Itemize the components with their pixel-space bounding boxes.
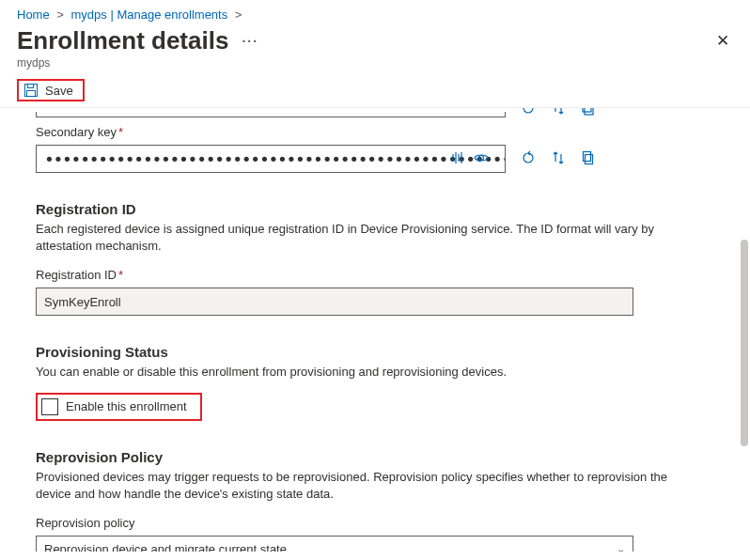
save-label: Save: [45, 84, 73, 98]
regenerate-icon[interactable]: [521, 150, 536, 165]
enable-enrollment-label: Enable this enrollment: [66, 399, 187, 413]
chevron-icon: >: [56, 8, 64, 22]
save-icon: [23, 83, 39, 98]
scrollbar-thumb[interactable]: [741, 240, 748, 446]
svg-rect-2: [27, 91, 36, 97]
page-subtitle: mydps: [0, 56, 750, 75]
chevron-down-icon: ⌄: [617, 543, 625, 552]
reprovision-policy-field-label: Reprovision policy: [36, 516, 705, 530]
svg-rect-1: [28, 85, 34, 88]
save-button[interactable]: Save: [17, 79, 85, 101]
chevron-icon: >: [235, 8, 242, 22]
show-icon[interactable]: [474, 150, 489, 165]
provisioning-status-title: Provisioning Status: [36, 344, 705, 360]
reprovision-policy-desc: Provisioned devices may trigger requests…: [36, 469, 705, 503]
enable-enrollment-row[interactable]: Enable this enrollment: [36, 393, 202, 421]
svg-point-7: [523, 153, 533, 163]
registration-id-input[interactable]: SymKeyEnroll: [36, 288, 633, 316]
copy-icon[interactable]: [581, 150, 596, 165]
hide-icon[interactable]: [451, 150, 466, 165]
toolbar: Save: [0, 75, 750, 108]
copy-icon[interactable]: [581, 108, 596, 116]
breadcrumb: Home > mydps | Manage enrollments >: [0, 0, 750, 25]
registration-id-title: Registration ID: [36, 201, 705, 217]
required-mark: *: [118, 125, 123, 139]
enable-enrollment-checkbox[interactable]: [41, 398, 58, 415]
provisioning-status-desc: You can enable or disable this enrollmen…: [36, 364, 705, 381]
svg-rect-9: [584, 152, 591, 162]
registration-id-field-label: Registration ID*: [36, 268, 705, 282]
page-title: Enrollment details ···: [17, 26, 258, 55]
breadcrumb-home[interactable]: Home: [17, 8, 50, 22]
svg-rect-8: [586, 155, 593, 164]
reprovision-policy-title: Reprovision Policy: [36, 449, 705, 465]
registration-id-desc: Each registered device is assigned uniqu…: [36, 221, 705, 255]
secondary-key-input[interactable]: ••••••••••••••••••••••••••••••••••••••••…: [36, 145, 506, 173]
required-mark: *: [118, 268, 123, 282]
primary-key-input[interactable]: [36, 112, 506, 117]
swap-icon[interactable]: [551, 150, 566, 165]
svg-rect-5: [583, 108, 591, 112]
svg-point-6: [479, 156, 484, 161]
close-icon[interactable]: ✕: [712, 25, 733, 56]
scrollbar[interactable]: [741, 108, 748, 552]
more-icon[interactable]: ···: [242, 34, 258, 49]
reprovision-policy-select[interactable]: Reprovision device and migrate current s…: [36, 536, 633, 552]
secondary-key-label: Secondary key*: [36, 125, 705, 139]
regenerate-icon[interactable]: [521, 108, 536, 116]
svg-point-3: [523, 108, 533, 113]
content: Secondary key* •••••••••••••••••••••••••…: [0, 112, 722, 552]
swap-icon[interactable]: [551, 108, 566, 116]
breadcrumb-manage-enrollments[interactable]: mydps | Manage enrollments: [71, 8, 228, 22]
primary-key-field-partial: [36, 112, 705, 117]
page-title-text: Enrollment details: [17, 26, 228, 55]
